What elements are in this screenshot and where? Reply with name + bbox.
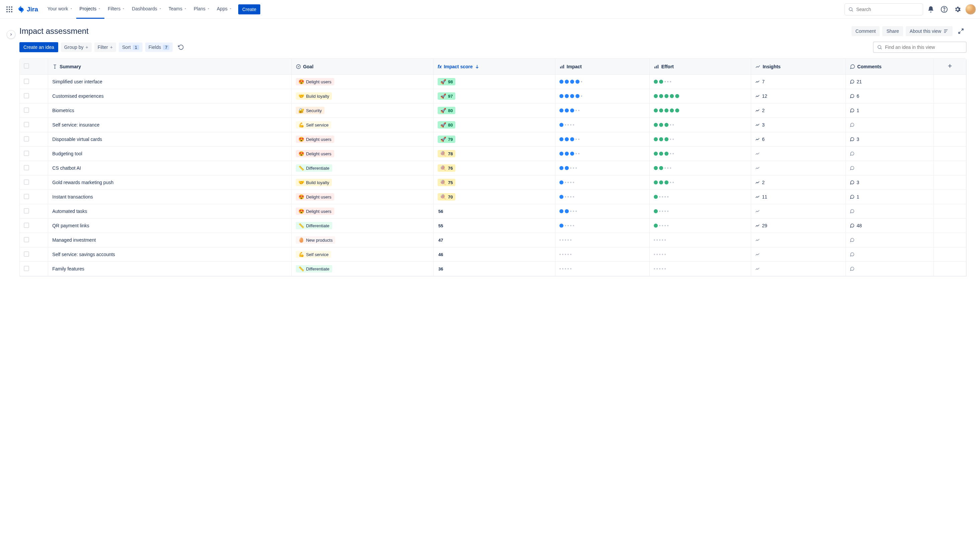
impact-cell[interactable] [555,89,650,104]
effort-cell[interactable] [650,204,751,219]
goal-chip[interactable]: 😍Delight users [296,193,334,201]
row-checkbox[interactable] [24,194,29,199]
comments-cell[interactable] [850,151,929,156]
goal-chip[interactable]: 📏Differentiate [296,164,332,172]
goal-chip[interactable]: 😍Delight users [296,136,334,143]
impact-cell[interactable] [555,190,650,204]
goal-chip[interactable]: 📏Differentiate [296,222,332,229]
impact-cell[interactable] [555,161,650,175]
comments-cell[interactable]: 1 [850,194,929,199]
effort-cell[interactable] [650,89,751,104]
table-row[interactable]: Disposable virtual cards 😍Delight users … [20,132,966,147]
comments-cell[interactable] [850,123,929,127]
table-row[interactable]: Managed investment 🥚New products 47 [20,233,966,247]
goal-chip[interactable]: 💪Self service [296,251,331,258]
row-checkbox[interactable] [24,107,29,113]
nav-item-apps[interactable]: Apps [213,0,235,19]
comments-cell[interactable] [850,266,929,271]
find-idea-box[interactable] [873,41,967,53]
create-idea-button[interactable]: Create an idea [19,42,58,52]
insights-cell[interactable] [755,166,842,171]
share-button[interactable]: Share [882,26,903,36]
table-row[interactable]: QR payment links 📏Differentiate 55 29 48 [20,219,966,233]
comments-cell[interactable]: 21 [850,79,929,85]
goal-chip[interactable]: 😍Delight users [296,78,334,85]
insights-cell[interactable] [755,238,842,242]
autosave-icon[interactable] [175,41,187,53]
table-row[interactable]: Budgeting tool 😍Delight users 🍭78 [20,147,966,161]
effort-cell[interactable] [650,190,751,204]
fields-chip[interactable]: Fields7 [145,43,173,52]
insights-cell[interactable] [755,266,842,271]
effort-cell[interactable] [650,118,751,132]
goal-chip[interactable]: 🔐Security [296,107,325,114]
comments-cell[interactable] [850,238,929,242]
insights-cell[interactable]: 3 [755,122,842,128]
goal-chip[interactable]: 📏Differentiate [296,265,332,273]
comments-cell[interactable] [850,209,929,214]
effort-cell[interactable] [650,104,751,118]
comments-cell[interactable] [850,252,929,257]
impact-cell[interactable] [555,204,650,219]
table-row[interactable]: Simplified user interface 😍Delight users… [20,75,966,89]
row-checkbox[interactable] [24,151,29,156]
effort-cell[interactable] [650,161,751,175]
effort-cell[interactable] [650,247,751,262]
table-row[interactable]: Automated tasks 😍Delight users 56 [20,204,966,219]
fullscreen-icon[interactable] [955,26,967,37]
impact-cell[interactable] [555,247,650,262]
table-row[interactable]: Biometrics 🔐Security 🚀80 2 1 [20,104,966,118]
effort-cell[interactable] [650,233,751,247]
impact-cell[interactable] [555,219,650,233]
impact-cell[interactable] [555,175,650,190]
find-idea-input[interactable] [885,45,963,50]
table-row[interactable]: Family features 📏Differentiate 36 [20,262,966,276]
help-icon[interactable] [939,4,950,15]
row-checkbox[interactable] [24,251,29,257]
insights-cell[interactable]: 12 [755,93,842,99]
sort-chip[interactable]: Sort1 [119,43,143,52]
row-checkbox[interactable] [24,93,29,99]
notifications-icon[interactable] [925,4,937,15]
table-row[interactable]: Self service: insurance 💪Self service 🚀8… [20,118,966,132]
nav-item-teams[interactable]: Teams [165,0,190,19]
row-checkbox[interactable] [24,237,29,242]
insights-cell[interactable]: 11 [755,194,842,199]
jira-logo[interactable]: Jira [18,6,38,13]
table-row[interactable]: Instant transactions 😍Delight users 🍭70 … [20,190,966,204]
nav-item-plans[interactable]: Plans [190,0,213,19]
comments-cell[interactable]: 3 [850,137,929,142]
comments-cell[interactable]: 6 [850,93,929,99]
insights-cell[interactable]: 2 [755,108,842,113]
insights-cell[interactable]: 6 [755,137,842,142]
insights-cell[interactable] [755,151,842,156]
row-checkbox[interactable] [24,179,29,185]
row-checkbox[interactable] [24,165,29,171]
nav-item-projects[interactable]: Projects [76,0,105,19]
row-checkbox[interactable] [24,79,29,84]
effort-cell[interactable] [650,147,751,161]
goal-chip[interactable]: 💪Self service [296,121,331,129]
impact-cell[interactable] [555,262,650,276]
comments-cell[interactable] [850,166,929,171]
insights-cell[interactable] [755,209,842,214]
comment-button[interactable]: Comment [851,26,880,36]
user-avatar[interactable] [965,4,976,15]
app-switcher-icon[interactable] [4,4,15,15]
goal-chip[interactable]: 😍Delight users [296,207,334,215]
row-checkbox[interactable] [24,122,29,127]
insights-cell[interactable]: 2 [755,180,842,185]
comments-cell[interactable]: 48 [850,223,929,228]
effort-cell[interactable] [650,219,751,233]
insights-cell[interactable]: 7 [755,79,842,85]
impact-cell[interactable] [555,233,650,247]
table-row[interactable]: Self service: savings accounts 💪Self ser… [20,247,966,262]
nav-item-dashboards[interactable]: Dashboards [129,0,165,19]
goal-chip[interactable]: 😍Delight users [296,150,334,157]
expand-sidebar-button[interactable] [7,30,15,39]
about-view-button[interactable]: About this view [906,26,953,36]
impact-cell[interactable] [555,75,650,89]
search-input[interactable] [856,7,920,12]
effort-cell[interactable] [650,132,751,147]
groupby-chip[interactable]: Group by+ [61,43,92,52]
